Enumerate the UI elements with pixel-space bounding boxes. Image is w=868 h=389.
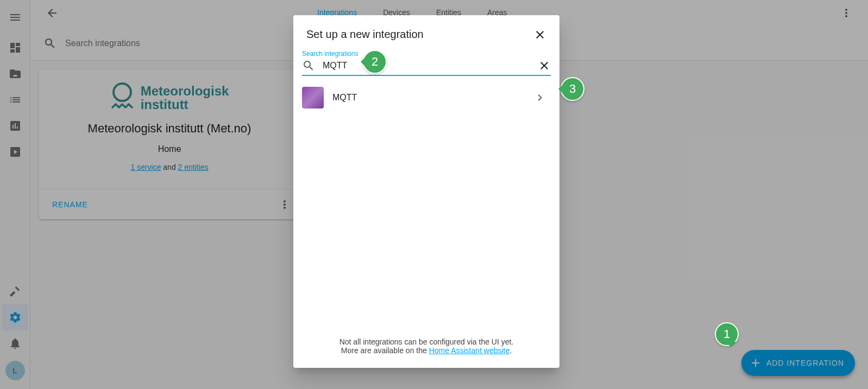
annotation-3: 3	[561, 77, 584, 101]
mqtt-icon	[302, 87, 324, 109]
modal-header: Set up a new integration	[293, 15, 559, 50]
modal-title: Set up a new integration	[306, 28, 424, 41]
close-icon	[538, 59, 551, 72]
modal-search: Search integrations	[293, 50, 559, 76]
footer-text-a: More are available on the	[341, 346, 429, 355]
integration-picker-modal: Set up a new integration Search integrat…	[293, 15, 559, 368]
modal-footer: Not all integrations can be configured v…	[293, 329, 559, 368]
annotation-2: 2	[363, 50, 387, 74]
annotation-1: 1	[715, 322, 739, 346]
chevron-right-icon	[533, 91, 546, 104]
result-item-mqtt[interactable]: MQTT	[293, 80, 559, 115]
modal-search-field	[302, 59, 551, 76]
modal-search-input[interactable]	[323, 59, 530, 73]
clear-search-button[interactable]	[538, 59, 551, 72]
search-icon	[302, 59, 315, 72]
result-list: MQTT	[293, 76, 559, 329]
footer-line-2: More are available on the Home Assistant…	[306, 346, 546, 355]
close-icon	[533, 28, 546, 41]
footer-text-b: .	[510, 346, 512, 355]
modal-close-button[interactable]	[533, 28, 546, 41]
ha-website-link[interactable]: Home Assistant website	[429, 346, 510, 355]
footer-line-1: Not all integrations can be configured v…	[306, 337, 546, 346]
modal-search-label: Search integrations	[302, 50, 551, 58]
result-name: MQTT	[332, 93, 525, 103]
